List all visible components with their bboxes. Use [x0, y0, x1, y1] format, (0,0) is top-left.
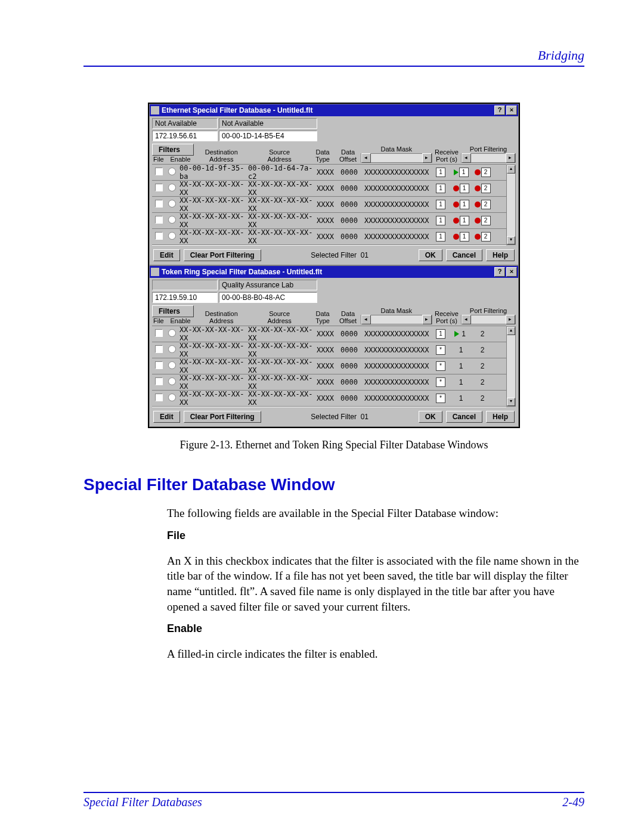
dest-addr[interactable]: XX-XX-XX-XX-XX-XX [178, 180, 247, 197]
dest-addr[interactable]: XX-XX-XX-XX-XX-XX [178, 326, 247, 342]
close-icon[interactable]: × [506, 106, 517, 115]
scroll-right-icon[interactable]: ▸ [506, 315, 515, 324]
file-checkbox[interactable] [155, 345, 163, 353]
vertical-scrollbar[interactable]: ▴ ▾ [506, 326, 516, 407]
src-addr[interactable]: XX-XX-XX-XX-XX-XX [247, 358, 315, 374]
data-mask[interactable]: XXXXXXXXXXXXXXX [363, 200, 431, 209]
system-icon[interactable] [151, 106, 159, 114]
src-addr[interactable]: 00-00-1d-64-7a-c2 [247, 164, 315, 181]
data-offset[interactable]: 0000 [339, 184, 363, 193]
scroll-up-icon[interactable]: ▴ [507, 165, 515, 174]
enable-radio[interactable] [168, 329, 176, 337]
filters-button[interactable]: Filters [152, 144, 194, 156]
data-type[interactable]: XXXX [315, 233, 339, 241]
data-type[interactable]: XXXX [315, 346, 339, 354]
scroll-left-icon[interactable]: ◂ [462, 315, 471, 324]
dest-addr[interactable]: XX-XX-XX-XX-XX-XX [178, 342, 247, 358]
enable-radio[interactable] [168, 345, 176, 353]
data-offset[interactable]: 0000 [339, 378, 363, 386]
receive-port[interactable]: 1 [431, 200, 450, 209]
enable-radio[interactable] [168, 377, 176, 385]
file-checkbox[interactable] [155, 329, 163, 337]
receive-port[interactable]: 1 [431, 168, 450, 177]
receive-port[interactable]: 1 [431, 232, 450, 241]
port-filter-1[interactable]: 1 [450, 394, 472, 402]
port-filter-2[interactable]: 2 [472, 394, 493, 402]
filter-row[interactable]: XX-XX-XX-XX-XX-XX XX-XX-XX-XX-XX-XX XXXX… [152, 358, 506, 374]
port-filter-2[interactable]: 2 [472, 168, 493, 177]
enable-radio[interactable] [168, 232, 176, 240]
titlebar[interactable]: Token Ring Special Filter Database - Unt… [150, 266, 518, 278]
mask-scrollbar[interactable]: ◂ ▸ [361, 315, 432, 324]
port-filter-2[interactable]: 2 [472, 346, 493, 354]
vertical-scrollbar[interactable]: ▴ ▾ [506, 165, 516, 245]
file-checkbox[interactable] [155, 377, 163, 385]
file-checkbox[interactable] [155, 361, 163, 369]
scroll-up-icon[interactable]: ▴ [507, 327, 515, 335]
port-filter-2[interactable]: 2 [472, 184, 493, 193]
dest-addr[interactable]: XX-XX-XX-XX-XX-XX [178, 358, 247, 374]
file-checkbox[interactable] [155, 168, 163, 175]
data-type[interactable]: XXXX [315, 330, 339, 338]
data-mask[interactable]: XXXXXXXXXXXXXXX [363, 378, 431, 386]
data-type[interactable]: XXXX [315, 394, 339, 402]
port-filter-1[interactable]: 1 [450, 330, 472, 339]
data-offset[interactable]: 0000 [339, 168, 363, 176]
filter-row[interactable]: XX-XX-XX-XX-XX-XX XX-XX-XX-XX-XX-XX XXXX… [152, 326, 506, 342]
scroll-right-icon[interactable]: ▸ [422, 315, 432, 324]
port-filter-1[interactable]: 1 [450, 362, 472, 370]
scroll-left-icon[interactable]: ◂ [462, 153, 471, 163]
filter-row[interactable]: XX-XX-XX-XX-XX-XX XX-XX-XX-XX-XX-XX XXXX… [152, 374, 506, 391]
data-offset[interactable]: 0000 [339, 362, 363, 370]
scroll-left-icon[interactable]: ◂ [361, 153, 371, 163]
port-filter-1[interactable]: 1 [450, 184, 472, 193]
enable-radio[interactable] [168, 394, 176, 401]
scroll-left-icon[interactable]: ◂ [361, 315, 371, 324]
data-offset[interactable]: 0000 [339, 346, 363, 354]
edit-button[interactable]: Edit [153, 249, 180, 261]
port-filter-2[interactable]: 2 [472, 216, 493, 225]
close-icon[interactable]: × [506, 267, 517, 277]
data-mask[interactable]: XXXXXXXXXXXXXXX [363, 168, 431, 176]
file-checkbox[interactable] [155, 232, 163, 240]
data-type[interactable]: XXXX [315, 216, 339, 225]
src-addr[interactable]: XX-XX-XX-XX-XX-XX [247, 180, 315, 197]
dest-addr[interactable]: XX-XX-XX-XX-XX-XX [178, 374, 247, 391]
mask-scrollbar[interactable]: ◂ ▸ [361, 153, 432, 163]
data-offset[interactable]: 0000 [339, 394, 363, 402]
src-addr[interactable]: XX-XX-XX-XX-XX-XX [247, 228, 315, 245]
port-filter-2[interactable]: 2 [472, 330, 493, 338]
pf-scrollbar[interactable]: ◂ ▸ [461, 315, 516, 324]
src-addr[interactable]: XX-XX-XX-XX-XX-XX [247, 212, 315, 229]
data-mask[interactable]: XXXXXXXXXXXXXXX [363, 394, 431, 402]
system-icon[interactable] [151, 268, 159, 276]
help-button[interactable]: Help [486, 411, 515, 423]
pf-scrollbar[interactable]: ◂ ▸ [461, 153, 516, 163]
receive-port[interactable]: 1 [431, 329, 450, 339]
receive-port[interactable]: * [431, 345, 450, 355]
dest-addr[interactable]: XX-XX-XX-XX-XX-XX [178, 212, 247, 229]
clear-port-button[interactable]: Clear Port Filtering [184, 249, 261, 261]
file-checkbox[interactable] [155, 200, 163, 208]
scroll-down-icon[interactable]: ▾ [507, 398, 515, 406]
filter-row[interactable]: XX-XX-XX-XX-XX-XX XX-XX-XX-XX-XX-XX XXXX… [152, 213, 506, 229]
filter-row[interactable]: XX-XX-XX-XX-XX-XX XX-XX-XX-XX-XX-XX XXXX… [152, 391, 506, 407]
enable-radio[interactable] [168, 168, 176, 175]
dest-addr[interactable]: XX-XX-XX-XX-XX-XX [178, 228, 247, 245]
data-offset[interactable]: 0000 [339, 200, 363, 209]
receive-port[interactable]: * [431, 361, 450, 371]
data-type[interactable]: XXXX [315, 378, 339, 386]
titlebar[interactable]: Ethernet Special Filter Database - Untit… [150, 104, 518, 116]
filter-row[interactable]: XX-XX-XX-XX-XX-XX XX-XX-XX-XX-XX-XX XXXX… [152, 342, 506, 358]
port-filter-1[interactable]: 1 [450, 200, 472, 209]
scroll-right-icon[interactable]: ▸ [422, 153, 432, 163]
file-checkbox[interactable] [155, 394, 163, 401]
port-filter-1[interactable]: 1 [450, 216, 472, 225]
receive-port[interactable]: * [431, 394, 450, 403]
data-mask[interactable]: XXXXXXXXXXXXXXX [363, 184, 431, 193]
enable-radio[interactable] [168, 184, 176, 191]
filter-row[interactable]: XX-XX-XX-XX-XX-XX XX-XX-XX-XX-XX-XX XXXX… [152, 181, 506, 197]
port-filter-1[interactable]: 1 [450, 346, 472, 354]
data-mask[interactable]: XXXXXXXXXXXXXXX [363, 346, 431, 354]
port-filter-2[interactable]: 2 [472, 232, 493, 241]
